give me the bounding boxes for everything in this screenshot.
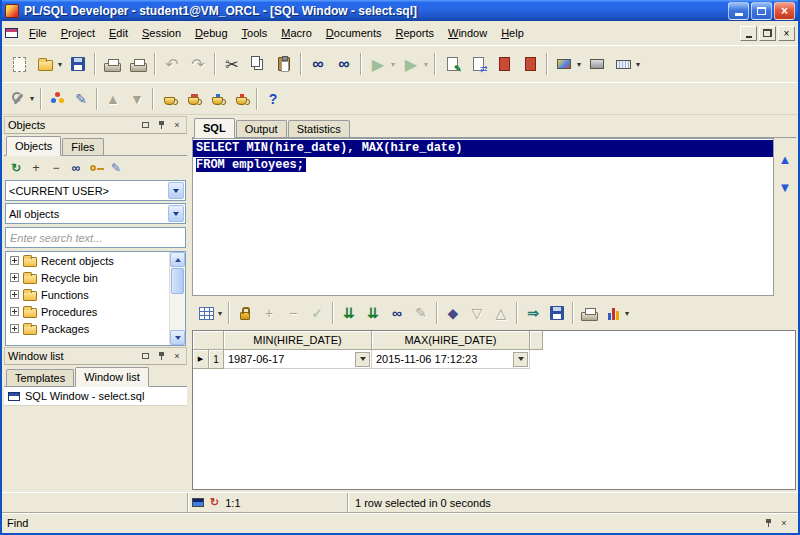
object-search-input[interactable] (5, 227, 186, 248)
copy-icon[interactable] (245, 51, 271, 77)
doc-report-icon[interactable] (517, 51, 543, 77)
key-icon[interactable] (87, 159, 105, 177)
help-icon[interactable]: ? (261, 87, 285, 111)
tab-objects[interactable]: Objects (6, 136, 61, 156)
save-icon[interactable] (65, 51, 91, 77)
menu-debug[interactable]: Debug (188, 24, 234, 42)
chart-dropdown[interactable]: ▾ (622, 301, 632, 325)
sql-window-icon[interactable] (5, 28, 18, 38)
open-file-dropdown[interactable]: ▾ (55, 52, 65, 76)
maximize-button[interactable] (751, 2, 772, 20)
new-file-icon[interactable] (6, 51, 32, 77)
tree-item-recycle-bin[interactable]: Recycle bin (6, 269, 185, 286)
execute-special-dropdown[interactable]: ▾ (421, 52, 431, 76)
grid-corner-cell[interactable] (193, 331, 224, 350)
expander-icon[interactable] (10, 307, 19, 316)
plugin-dropdown[interactable]: ▾ (574, 52, 584, 76)
sort-descending-icon[interactable]: ▽ (465, 301, 489, 325)
refresh-icon[interactable]: ↻ (7, 159, 25, 177)
mdi-close-button[interactable]: × (778, 26, 795, 41)
expander-icon[interactable] (10, 273, 19, 282)
session-cup-sql-icon[interactable] (181, 87, 205, 111)
tools-dropdown[interactable]: ▾ (27, 87, 37, 111)
app-icon[interactable] (5, 4, 19, 18)
expander-icon[interactable] (10, 256, 19, 265)
tab-files[interactable]: Files (62, 138, 103, 155)
execute-dropdown[interactable]: ▾ (388, 52, 398, 76)
fetch-last-page-icon[interactable]: ⇊ (361, 301, 385, 325)
preferences-icon[interactable] (45, 87, 69, 111)
cell-dropdown-button[interactable] (513, 352, 528, 367)
insert-record-icon[interactable]: + (257, 301, 281, 325)
edit-data-icon[interactable]: ✎ (409, 301, 433, 325)
pin-panel-button[interactable] (154, 350, 168, 363)
menu-macro[interactable]: Macro (274, 24, 319, 42)
macro-dropdown[interactable]: ▾ (633, 52, 643, 76)
edit-filter-icon[interactable]: ✎ (107, 159, 125, 177)
find-pin-button[interactable] (761, 517, 775, 530)
brush-icon[interactable]: ✎ (69, 87, 93, 111)
tree-item-packages[interactable]: Packages (6, 320, 185, 337)
edit-page-icon[interactable]: ✎ (439, 51, 465, 77)
minimize-button[interactable] (728, 2, 749, 20)
tab-sql[interactable]: SQL (194, 118, 235, 138)
page-down-icon[interactable]: ▼ (125, 87, 149, 111)
tree-item-recent-objects[interactable]: Recent objects (6, 252, 185, 269)
user-filter-dropdown[interactable] (168, 182, 184, 199)
fetch-next-page-icon[interactable]: ⇊ (337, 301, 361, 325)
menu-project[interactable]: Project (54, 24, 102, 42)
object-filter-combo[interactable]: All objects (5, 203, 186, 224)
redo-icon[interactable]: ↷ (185, 51, 211, 77)
tree-item-procedures[interactable]: Procedures (6, 303, 185, 320)
mdi-restore-button[interactable] (759, 26, 776, 41)
session-cup-icon[interactable] (157, 87, 181, 111)
column-header-max[interactable]: MAX(HIRE_DATE) (372, 331, 530, 350)
user-filter-combo[interactable]: <CURRENT USER> (5, 180, 186, 201)
undo-icon[interactable]: ↶ (159, 51, 185, 77)
cell-max-hire-date[interactable]: 2015-11-06 17:12:23 (372, 350, 530, 369)
single-record-view-icon[interactable]: ◆ (441, 301, 465, 325)
row-number[interactable]: 1 (209, 350, 224, 369)
next-statement-icon[interactable]: ▼ (779, 180, 792, 195)
float-panel-button[interactable] (138, 119, 152, 132)
find-next-icon[interactable]: ∞ (331, 51, 357, 77)
expand-node-icon[interactable]: + (27, 159, 45, 177)
tab-output[interactable]: Output (236, 120, 287, 137)
post-changes-icon[interactable]: ✓ (305, 301, 329, 325)
cut-icon[interactable]: ✂ (219, 51, 245, 77)
sort-ascending-icon[interactable]: △ (489, 301, 513, 325)
tree-item-functions[interactable]: Functions (6, 286, 185, 303)
object-filter-dropdown[interactable] (168, 205, 184, 222)
column-header-min[interactable]: MIN(HIRE_DATE) (224, 331, 372, 350)
scroll-thumb[interactable] (171, 268, 184, 294)
find-icon[interactable]: ∞ (305, 51, 331, 77)
scroll-track[interactable] (170, 295, 185, 330)
paste-icon[interactable] (271, 51, 297, 77)
menu-reports[interactable]: Reports (388, 24, 441, 42)
menu-documents[interactable]: Documents (319, 24, 389, 42)
save-results-icon[interactable] (545, 301, 569, 325)
tab-statistics[interactable]: Statistics (288, 120, 350, 137)
auto-refresh-icon[interactable]: ↻ (210, 496, 219, 509)
doc-export-icon[interactable] (491, 51, 517, 77)
menu-session[interactable]: Session (135, 24, 188, 42)
export-results-icon[interactable]: ⇒ (521, 301, 545, 325)
print-icon[interactable] (99, 51, 125, 77)
previous-statement-icon[interactable]: ▲ (779, 152, 792, 167)
page-up-icon[interactable]: ▲ (101, 87, 125, 111)
pin-panel-button[interactable] (154, 119, 168, 132)
plugin-disabled-icon[interactable] (584, 51, 610, 77)
mdi-minimize-button[interactable] (740, 26, 757, 41)
scroll-down-button[interactable] (170, 330, 185, 345)
menu-file[interactable]: File (22, 24, 54, 42)
window-list-item[interactable]: SQL Window - select.sql (4, 387, 187, 406)
find-close-button[interactable]: × (777, 517, 791, 530)
find-data-icon[interactable]: ∞ (385, 301, 409, 325)
close-button[interactable]: × (774, 2, 795, 20)
sql-editor[interactable]: SELECT MIN(hire_date), MAX(hire_date) FR… (192, 138, 774, 296)
text-layout-icon[interactable]: ⇄ (465, 51, 491, 77)
print-preview-icon[interactable] (125, 51, 151, 77)
expander-icon[interactable] (10, 290, 19, 299)
float-panel-button[interactable] (138, 350, 152, 363)
menu-help[interactable]: Help (494, 24, 531, 42)
